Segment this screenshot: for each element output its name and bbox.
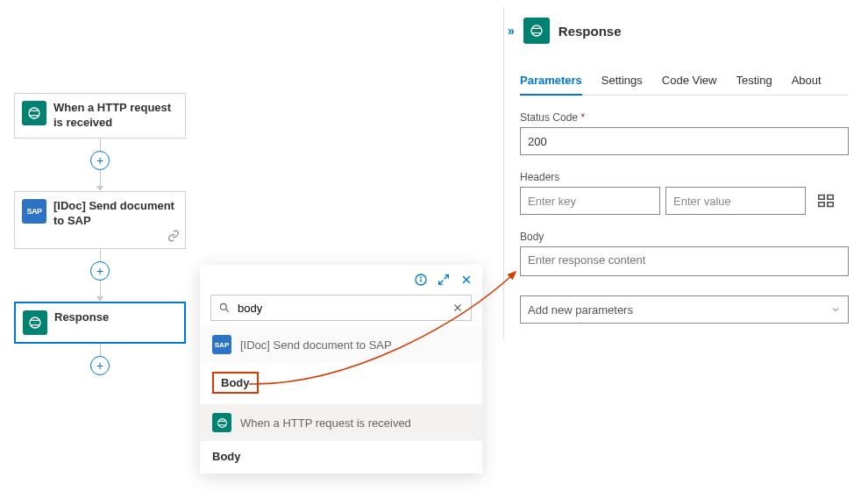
header-key-input[interactable]: [520, 187, 660, 215]
globe-icon: [22, 101, 46, 125]
globe-icon: [23, 310, 47, 335]
workflow-step-http-trigger[interactable]: When a HTTP request is received: [14, 93, 186, 139]
tab-testing[interactable]: Testing: [736, 68, 772, 95]
workflow-canvas: When a HTTP request is received + SAP [I…: [14, 93, 186, 375]
link-icon: [167, 230, 180, 245]
picker-group-sap: SAP [IDoc] Send document to SAP: [200, 326, 482, 363]
status-code-label: Status Code: [520, 111, 849, 124]
tabs: Parameters Settings Code View Testing Ab…: [520, 68, 849, 96]
step-label: When a HTTP request is received: [53, 101, 178, 131]
svg-point-5: [220, 303, 226, 310]
connector: +: [14, 344, 186, 375]
search-input[interactable]: [238, 302, 452, 315]
globe-icon: [523, 18, 550, 44]
connector: +: [14, 249, 186, 302]
chevron-down-icon: [830, 304, 841, 315]
headers-label: Headers: [520, 171, 849, 183]
picker-item-body-http[interactable]: Body: [200, 441, 482, 473]
tab-parameters[interactable]: Parameters: [520, 68, 582, 96]
sap-icon: SAP: [212, 335, 231, 354]
status-code-input[interactable]: [520, 127, 849, 155]
collapse-button[interactable]: »: [508, 24, 515, 38]
picker-header: [200, 265, 482, 295]
step-label: [IDoc] Send document to SAP: [53, 199, 178, 229]
svg-rect-12: [828, 203, 833, 207]
picker-group-http: When a HTTP request is received: [200, 404, 482, 441]
add-step-button[interactable]: +: [90, 356, 110, 375]
svg-rect-11: [828, 196, 833, 200]
expand-icon[interactable]: [437, 273, 451, 287]
sap-icon: SAP: [22, 199, 46, 224]
svg-line-6: [226, 310, 229, 312]
picker-search: [210, 295, 472, 321]
close-icon[interactable]: [459, 273, 473, 287]
header-value-input[interactable]: [665, 187, 806, 215]
picker-item-body-sap[interactable]: Body: [200, 363, 482, 404]
workflow-step-response[interactable]: Response: [14, 302, 186, 344]
info-icon[interactable]: [414, 273, 428, 287]
pane-title: Response: [559, 24, 622, 39]
group-title: When a HTTP request is received: [240, 416, 411, 430]
svg-rect-10: [819, 203, 824, 207]
group-title: [IDoc] Send document to SAP: [240, 338, 392, 352]
body-label: Body: [520, 231, 849, 243]
add-step-button[interactable]: +: [90, 261, 110, 281]
tab-settings[interactable]: Settings: [601, 68, 643, 95]
globe-icon: [212, 413, 231, 432]
select-label: Add new parameters: [528, 303, 633, 317]
add-parameters-select[interactable]: Add new parameters: [520, 295, 849, 324]
svg-point-2: [421, 277, 422, 278]
body-input[interactable]: Enter response content: [520, 246, 849, 276]
switch-mode-icon[interactable]: [816, 191, 836, 210]
details-pane: » Response Parameters Settings Code View…: [503, 7, 864, 339]
svg-rect-9: [819, 196, 824, 200]
tab-codeview[interactable]: Code View: [662, 68, 717, 95]
clear-icon[interactable]: [452, 302, 464, 314]
picker-item-label: Body: [212, 372, 259, 394]
search-icon: [218, 302, 231, 314]
dynamic-content-picker: SAP [IDoc] Send document to SAP Body Whe…: [200, 265, 482, 473]
connector: +: [14, 139, 186, 191]
tab-about[interactable]: About: [792, 68, 822, 95]
step-label: Response: [54, 310, 109, 325]
add-step-button[interactable]: +: [90, 151, 110, 170]
workflow-step-sap[interactable]: SAP [IDoc] Send document to SAP: [14, 191, 186, 249]
